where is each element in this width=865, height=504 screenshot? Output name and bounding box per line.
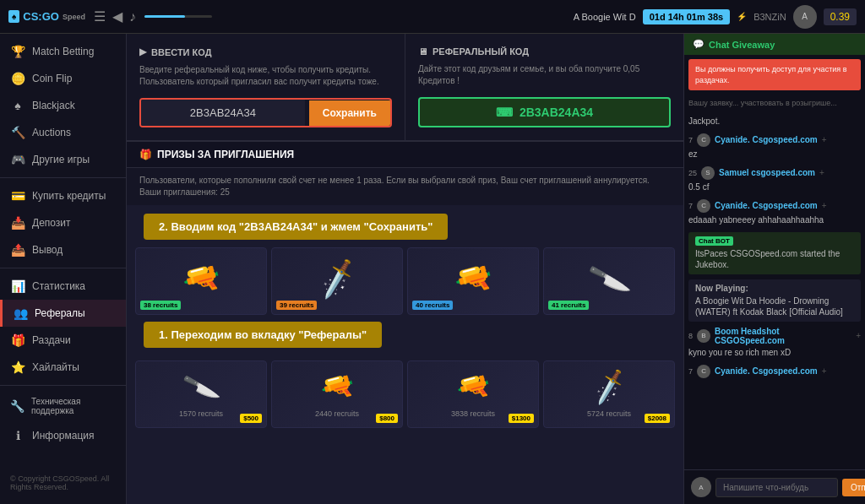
chat-msg-name-4: Boom Headshot CSGOSpeed.com: [715, 327, 851, 345]
sidebar-item-match-betting[interactable]: 🏆 Match Betting: [0, 38, 126, 65]
weapon-price-6: $800: [376, 414, 398, 423]
chat-avatar-4: B: [697, 329, 710, 343]
add-icon-5: +: [822, 366, 827, 376]
match-betting-icon: 🏆: [10, 45, 25, 58]
sidebar-item-statistics[interactable]: 📊 Статистика: [0, 273, 126, 300]
now-playing-label: Now Playing:: [695, 284, 854, 293]
chat-msg-num-2: 25: [688, 169, 697, 177]
sidebar-item-referrals[interactable]: 👥 Рефералы: [0, 300, 126, 327]
referral-code-display: ⌨ 2B3AB24A34: [418, 97, 671, 127]
enter-code-box: ▶ ВВЕСТИ КОД Введите реферальный код ниж…: [127, 34, 405, 140]
save-button[interactable]: Сохранить: [309, 100, 390, 126]
chat-msg-num-4: 8: [688, 332, 693, 340]
chat-bot-text: ItsPaces CSGOSpeed.com started the Jukeb…: [695, 248, 854, 270]
sidebar: 🏆 Match Betting 🪙 Coin Flip ♠ Blackjack …: [0, 34, 127, 504]
prizes-desc: Пользователи, которые пополнили свой сче…: [127, 168, 683, 205]
logo[interactable]: ♠ CS:GO Speed: [8, 10, 85, 23]
withdraw-icon: 📤: [10, 243, 25, 257]
referral-code-text: ⌨ 2B3AB24A34: [433, 106, 656, 119]
weapon-cards-row2: 🔪 1570 recruits $500 🔫 2440 recruits $80…: [135, 360, 675, 428]
referral-code-input[interactable]: [141, 100, 305, 126]
music-icon[interactable]: ♪: [129, 9, 136, 24]
sidebar-footer: © Copyright CSGOSpeed. All Rights Reserv…: [0, 466, 126, 500]
referrals-icon: 👥: [13, 306, 28, 320]
weapon-card-2: 🗡️ 39 recruits: [271, 247, 403, 315]
sidebar-item-coin-flip[interactable]: 🪙 Coin Flip: [0, 65, 126, 92]
referral-boxes: ▶ ВВЕСТИ КОД Введите реферальный код ниж…: [127, 34, 683, 141]
menu-icon[interactable]: ☰: [94, 8, 106, 24]
ref-code-title: 🖥 РЕФЕРАЛЬНЫЙ КОД: [418, 46, 671, 57]
enter-code-title: ▶ ВВЕСТИ КОД: [139, 46, 392, 57]
sidebar-item-highlights[interactable]: ⭐ Хайлайты: [0, 354, 126, 381]
chat-msg-text-0: Вашу заявку... участвовать в розыгрише..…: [688, 99, 861, 109]
chat-msg-text-3: edaaah yabneeey ahhahaahhaahhа: [688, 214, 861, 225]
enter-code-desc: Введите реферальный код ниже, чтобы полу…: [139, 64, 392, 88]
sidebar-item-label: Вывод: [32, 244, 63, 256]
chat-send-button[interactable]: Отправить: [842, 479, 865, 496]
weapons-container: 2. Вводим код "2B3AB24A34" и жмем "Сохра…: [127, 205, 683, 443]
chat-msg-header-5: 7 C Cyanide. Csgospeed.com +: [688, 365, 861, 378]
weapon-image-6: 🔫: [317, 366, 357, 406]
sidebar-item-buy-credits[interactable]: 💳 Купить кредиты: [0, 182, 126, 209]
sidebar-divider-1: [0, 177, 126, 178]
weapon-image-2: 🗡️: [314, 257, 360, 301]
logo-text: CS:GO: [23, 10, 59, 23]
sidebar-item-support[interactable]: 🔧 Техническая поддержка: [0, 390, 126, 422]
avatar[interactable]: A: [793, 5, 817, 29]
weapon-image-4: 🔪: [586, 257, 632, 301]
sidebar-item-label: Auctions: [32, 127, 71, 138]
chat-messages[interactable]: Вашу заявку... участвовать в розыгрише..…: [684, 95, 865, 469]
sidebar-item-label: Рефералы: [35, 307, 85, 319]
chat-msg-text-4: kyno you re so rich men xD: [688, 347, 861, 358]
weapon-badge-3: 40 recruits: [412, 301, 453, 310]
chat-avatar-3: C: [697, 199, 710, 213]
back-icon[interactable]: ◀: [112, 8, 122, 24]
sidebar-divider-3: [0, 385, 126, 386]
chat-message-3: 7 C Cyanide. Csgospeed.com + edaaah yabn…: [688, 199, 861, 225]
chat-msg-header-1: 7 C Cyanide. Csgospeed.com +: [688, 133, 861, 147]
chat-msg-name-2: Samuel csgospeed.com: [719, 168, 815, 177]
weapon-card-6: 🔫 2440 recruits $800: [271, 360, 403, 428]
chat-user-avatar: A: [691, 477, 711, 497]
blackjack-icon: ♠: [10, 99, 25, 112]
chat-msg-header-4: 8 B Boom Headshot CSGOSpeed.com +: [688, 327, 861, 345]
sidebar-item-blackjack[interactable]: ♠ Blackjack: [0, 92, 126, 119]
giveaways-icon: 🎁: [10, 333, 25, 347]
add-icon-3: +: [822, 201, 827, 210]
chat-msg-header-2: 25 S Samuel csgospeed.com +: [688, 166, 861, 180]
chat-bot-badge: Chat BOT: [695, 236, 733, 246]
logo-sub: Speed: [63, 13, 85, 21]
add-icon-4: +: [856, 331, 861, 340]
keyboard-icon: ⌨: [496, 106, 513, 119]
music-progress[interactable]: [144, 15, 212, 18]
jackpot-text: Jackpot.: [688, 116, 861, 127]
sidebar-item-label: Техническая поддержка: [31, 397, 116, 415]
music-progress-fill: [144, 15, 185, 18]
referral-input-row: Сохранить: [139, 98, 392, 127]
weapon-card-7: 🔫 3838 recruits $1300: [407, 360, 539, 428]
nav-arrow: ⚡: [737, 12, 747, 21]
weapon-card-5: 🔪 1570 recruits $500: [135, 360, 267, 428]
chat-msg-name-5: Cyanide. Csgospeed.com: [715, 366, 818, 376]
weapon-badge-4: 41 recruits: [548, 301, 589, 310]
chat-input[interactable]: [715, 478, 838, 497]
sidebar-item-deposit[interactable]: 📥 Депозит: [0, 209, 126, 236]
sidebar-item-label: Coin Flip: [32, 73, 72, 84]
coin-flip-icon: 🪙: [10, 72, 25, 85]
chat-avatar-2: S: [701, 166, 715, 180]
buy-credits-icon: 💳: [10, 189, 25, 203]
username2: B3NZiN: [753, 12, 786, 22]
enter-code-label: ВВЕСТИ КОД: [151, 47, 212, 57]
chat-message-4: 8 B Boom Headshot CSGOSpeed.com + kyno y…: [688, 327, 861, 358]
sidebar-item-info[interactable]: ℹ Информация: [0, 422, 126, 449]
weapon-recruits-5: 1570 recruits: [179, 409, 223, 418]
add-icon-2: +: [819, 168, 824, 177]
sidebar-item-auctions[interactable]: 🔨 Auctions: [0, 119, 126, 146]
avatar-text: A: [802, 12, 808, 21]
sidebar-item-withdraw[interactable]: 📤 Вывод: [0, 236, 126, 263]
weapons-row-1: 🔫 38 recruits 🗡️ 39 recruits 🔫 40 recrui…: [127, 205, 683, 330]
sidebar-item-other-games[interactable]: 🎮 Другие игры: [0, 146, 126, 173]
sidebar-item-giveaways[interactable]: 🎁 Раздачи: [0, 327, 126, 354]
weapon-card-8: 🗡️ 5724 recruits $2008: [543, 360, 675, 428]
weapon-card-3: 🔫 40 recruits: [407, 247, 539, 315]
